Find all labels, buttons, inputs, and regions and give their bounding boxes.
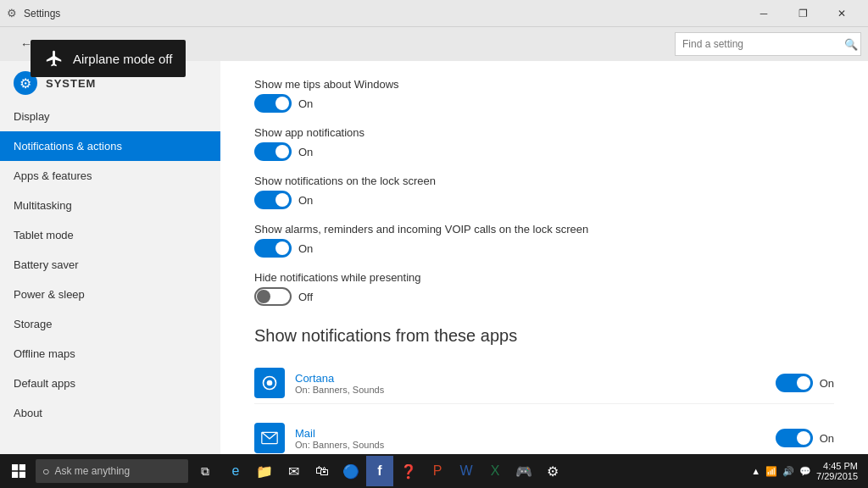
toggle-presenting-switch[interactable]	[254, 287, 292, 306]
mail-toggle-area: On	[776, 429, 834, 447]
cortana-name[interactable]: Cortana	[295, 372, 765, 385]
toggle-presenting-container: Off	[254, 287, 834, 306]
cortana-toggle-knob	[797, 376, 810, 390]
main-container: ⚙ SYSTEM Display Notifications & actions…	[0, 61, 868, 454]
mail-icon	[254, 423, 285, 453]
explorer-icon[interactable]: 📁	[251, 456, 278, 486]
toggle-app-notif-switch[interactable]	[254, 142, 292, 161]
sidebar-item-notifications[interactable]: Notifications & actions	[0, 131, 220, 161]
apps-section-heading: Show notifications from these apps	[254, 326, 834, 346]
search-icon: 🔍	[844, 38, 858, 51]
toggle-lock-screen-container: On	[254, 191, 834, 209]
toggle-lock-screen: Show notifications on the lock screen On	[254, 175, 834, 209]
content-area: Show me tips about Windows On Show app n…	[220, 61, 868, 454]
airplane-icon	[44, 48, 64, 69]
airplane-tooltip-text: Airplane mode off	[73, 52, 172, 66]
wifi-icon[interactable]: 📶	[765, 466, 777, 477]
cortana-sub: On: Banners, Sounds	[295, 385, 765, 395]
sidebar-item-offline[interactable]: Offline maps	[0, 339, 220, 369]
settings-icon: ⚙	[7, 7, 17, 19]
svg-rect-4	[19, 464, 25, 470]
show-hidden-icon[interactable]: ▲	[751, 466, 760, 476]
mail-taskbar-icon[interactable]: ✉	[280, 456, 307, 486]
toggle-app-notif-knob	[275, 145, 289, 158]
search-input[interactable]	[675, 32, 861, 56]
store-icon[interactable]: 🛍	[309, 456, 336, 486]
toggle-lock-screen-knob	[275, 193, 289, 207]
svg-rect-3	[12, 464, 18, 470]
minimize-button[interactable]: ─	[744, 0, 783, 27]
toggle-tips-container: On	[254, 94, 834, 113]
facebook-icon[interactable]: f	[366, 456, 393, 486]
cortana-circle-icon: ○	[42, 464, 49, 478]
cortana-toggle-area: On	[776, 374, 834, 392]
mail-info: Mail On: Banners, Sounds	[295, 427, 765, 450]
edge-icon[interactable]: e	[222, 456, 249, 486]
start-button[interactable]	[3, 456, 34, 486]
toggle-presenting-knob	[257, 290, 270, 303]
mail-name[interactable]: Mail	[295, 427, 765, 440]
airplane-tooltip: Airplane mode off	[31, 40, 186, 77]
sidebar-item-about[interactable]: About	[0, 398, 220, 428]
toggle-lock-screen-switch[interactable]	[254, 191, 292, 209]
toggle-presenting: Hide notifications while presenting Off	[254, 271, 834, 306]
mail-toggle-knob	[797, 431, 810, 445]
svg-point-1	[267, 380, 273, 386]
message-icon[interactable]: 💬	[799, 466, 811, 477]
cortana-icon	[254, 368, 285, 398]
sidebar-item-power[interactable]: Power & sleep	[0, 280, 220, 309]
ppt-icon[interactable]: P	[424, 456, 451, 486]
taskbar-right: ▲ 📶 🔊 💬 4:45 PM 7/29/2015	[751, 461, 865, 481]
taskbar-time[interactable]: 4:45 PM 7/29/2015	[816, 461, 858, 481]
svg-rect-6	[19, 472, 25, 478]
toggle-tips: Show me tips about Windows On	[254, 78, 834, 113]
sidebar-item-display[interactable]: Display	[0, 102, 220, 131]
toggle-tips-switch[interactable]	[254, 94, 292, 113]
sidebar-system-title: SYSTEM	[46, 77, 96, 90]
sidebar-item-tablet[interactable]: Tablet mode	[0, 220, 220, 250]
title-bar-left: ⚙ Settings	[7, 7, 60, 19]
sidebar-item-storage[interactable]: Storage	[0, 309, 220, 339]
title-bar: ⚙ Settings ─ ❐ ✕	[0, 0, 868, 27]
maximize-button[interactable]: ❐	[783, 0, 822, 27]
word-icon[interactable]: W	[453, 456, 480, 486]
settings-taskbar-icon[interactable]: ⚙	[539, 456, 566, 486]
taskbar-search-input[interactable]	[54, 465, 156, 477]
mail-sub: On: Banners, Sounds	[295, 440, 765, 450]
toggle-alarms-knob	[275, 241, 289, 255]
task-view-button[interactable]: ⧉	[190, 456, 220, 486]
close-button[interactable]: ✕	[822, 0, 861, 27]
toggle-app-notif: Show app notifications On	[254, 126, 834, 161]
toggle-alarms: Show alarms, reminders and incoming VOIP…	[254, 223, 834, 258]
help-icon[interactable]: ❓	[395, 456, 422, 486]
taskbar-app-icons: e 📁 ✉ 🛍 🔵 f ❓ P W X 🎮 ⚙	[222, 456, 566, 486]
sidebar-item-battery[interactable]: Battery saver	[0, 250, 220, 280]
volume-icon[interactable]: 🔊	[782, 466, 794, 477]
toggle-alarms-switch[interactable]	[254, 239, 292, 258]
svg-rect-5	[12, 472, 18, 478]
toggle-alarms-container: On	[254, 239, 834, 258]
mail-toggle[interactable]	[776, 429, 813, 447]
search-container: 🔍	[675, 32, 861, 56]
cortana-toggle[interactable]	[776, 374, 813, 392]
sidebar-item-default[interactable]: Default apps	[0, 369, 220, 398]
sidebar-item-apps[interactable]: Apps & features	[0, 161, 220, 191]
app-row-cortana: Cortana On: Banners, Sounds On	[254, 363, 834, 404]
cortana-info: Cortana On: Banners, Sounds	[295, 372, 765, 395]
title-bar-controls: ─ ❐ ✕	[744, 0, 861, 27]
toggle-app-notif-container: On	[254, 142, 834, 161]
sidebar-item-multitasking[interactable]: Multitasking	[0, 191, 220, 220]
app-row-mail: Mail On: Banners, Sounds On	[254, 418, 834, 454]
chrome-icon[interactable]: 🔵	[337, 456, 364, 486]
twitch-icon[interactable]: 🎮	[510, 456, 537, 486]
taskbar: ○ ⧉ e 📁 ✉ 🛍 🔵 f ❓ P W X 🎮 ⚙ ▲ 📶 🔊 💬 4:45…	[0, 454, 868, 488]
taskbar-search[interactable]: ○	[36, 459, 188, 483]
title-bar-title: Settings	[24, 8, 60, 19]
sidebar: ⚙ SYSTEM Display Notifications & actions…	[0, 61, 220, 454]
toggle-tips-knob	[275, 97, 289, 110]
excel-icon[interactable]: X	[481, 456, 509, 486]
